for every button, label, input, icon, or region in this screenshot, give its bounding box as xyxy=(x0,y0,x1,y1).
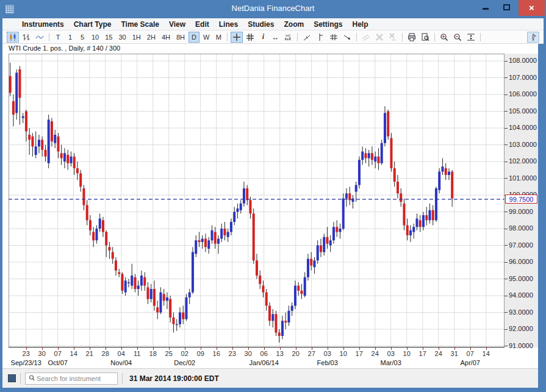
zoom-in-icon[interactable] xyxy=(438,32,450,43)
y-tick-mark xyxy=(505,229,508,229)
x-tick-label: 14 xyxy=(483,350,490,357)
x-tick-label: 17 xyxy=(419,350,426,357)
minimize-icon xyxy=(483,8,489,10)
separator xyxy=(122,373,123,384)
toolbar-separator xyxy=(227,33,228,41)
menu-item-help[interactable]: Help xyxy=(347,18,373,30)
x-month-label: Jan/06/14 xyxy=(250,359,279,366)
menu-item-edit[interactable]: Edit xyxy=(190,18,214,30)
x-tick-label: 18 xyxy=(149,350,157,357)
volume-icon[interactable]: vol xyxy=(282,32,294,43)
window-title: NetDania FinanceChart xyxy=(0,4,546,13)
horizontal-line-icon[interactable] xyxy=(328,32,340,43)
vertical-line-icon[interactable] xyxy=(314,32,326,43)
y-tick-mark xyxy=(505,144,508,145)
y-tick-mark xyxy=(505,212,508,212)
x-tick-label: 11 xyxy=(134,350,140,357)
timescale-W-button[interactable]: W xyxy=(201,32,212,43)
title-bar[interactable]: NetDania FinanceChart × xyxy=(0,0,546,18)
candlestick-chart-icon[interactable] xyxy=(7,32,19,43)
timescale-2H-button[interactable]: 2H xyxy=(145,32,158,43)
y-tick-label: 108.0000 xyxy=(509,57,537,64)
x-month-label: Oct/07 xyxy=(48,359,67,366)
print-icon[interactable] xyxy=(406,32,418,43)
x-month-label: Dec/02 xyxy=(174,359,195,366)
menu-item-zoom[interactable]: Zoom xyxy=(279,18,309,30)
candlestick-plot[interactable] xyxy=(9,54,505,347)
delete-all-icon[interactable]: all xyxy=(387,32,399,43)
y-tick-mark xyxy=(505,94,508,95)
x-tick-label: 10 xyxy=(403,350,411,357)
timescale-4H-button[interactable]: 4H xyxy=(159,32,173,43)
grid-icon[interactable] xyxy=(244,32,256,43)
menu-item-instruments[interactable]: Instruments xyxy=(17,18,69,30)
timescale-1-button[interactable]: 1 xyxy=(65,32,76,43)
x-month-label: Feb/03 xyxy=(317,359,338,366)
status-timestamp: 31 Mar 2014 19:00:00 EDT xyxy=(129,374,219,383)
candlestick-svg xyxy=(9,54,505,347)
search-input[interactable] xyxy=(37,375,110,382)
x-month-label: Sep/23/13 xyxy=(11,359,41,366)
menu-item-view[interactable]: View xyxy=(164,18,190,30)
timescale-10-button[interactable]: 10 xyxy=(89,32,101,43)
timescale-30-button[interactable]: 30 xyxy=(117,32,129,43)
menu-item-lines[interactable]: Lines xyxy=(214,18,243,30)
x-tick-label: 27 xyxy=(308,350,315,357)
menu-item-time-scale[interactable]: Time Scale xyxy=(116,18,163,30)
chart-instrument-label: WTI Crude 1. pos. , Daily, # 140 / 300 xyxy=(9,45,120,54)
close-button[interactable]: × xyxy=(519,0,545,16)
timescale-T-button[interactable]: T xyxy=(52,32,63,43)
toolbar-separator xyxy=(402,33,403,41)
y-tick-label: 94.0000 xyxy=(509,291,533,299)
x-tick-label: 06 xyxy=(260,350,268,357)
x-tick-label: 25 xyxy=(165,350,173,357)
toolbar-separator xyxy=(49,33,49,41)
menu-item-settings[interactable]: Settings xyxy=(309,18,347,30)
x-tick-label: 13 xyxy=(276,350,284,357)
pin-icon[interactable] xyxy=(527,32,539,43)
timescale-1H-button[interactable]: 1H xyxy=(130,32,143,43)
ohlc-bars-icon[interactable] xyxy=(20,32,32,43)
y-tick-mark xyxy=(505,178,508,179)
parallel-lines-icon[interactable] xyxy=(360,32,372,43)
x-tick-label: 03 xyxy=(324,350,331,357)
info-icon[interactable]: i xyxy=(257,32,268,43)
x-tick-label: 10 xyxy=(340,350,347,357)
scroll-horizontal-icon[interactable]: ↔ xyxy=(270,32,281,43)
minimize-button[interactable] xyxy=(476,0,495,16)
menu-item-chart-type[interactable]: Chart Type xyxy=(69,18,117,30)
line-chart-icon[interactable] xyxy=(34,32,46,43)
toolbar-separator xyxy=(434,33,435,41)
y-tick-mark xyxy=(505,262,508,263)
timescale-D-button[interactable]: D xyxy=(189,32,199,43)
toolbar: T151015301H2H4H8HDWMi↔volall xyxy=(2,30,544,44)
search-icon xyxy=(28,374,37,383)
menu-item-studies[interactable]: Studies xyxy=(243,18,279,30)
maximize-button[interactable] xyxy=(497,0,515,16)
toolbar-separator xyxy=(297,33,298,41)
x-tick-label: 14 xyxy=(70,350,77,357)
y-tick-mark xyxy=(505,296,508,296)
timescale-15-button[interactable]: 15 xyxy=(102,32,115,43)
x-tick-label: 07 xyxy=(54,350,62,357)
trend-line-icon[interactable] xyxy=(301,32,313,43)
y-tick-label: 95.0000 xyxy=(509,275,533,282)
x-tick-label: 31 xyxy=(451,350,458,357)
ray-icon[interactable] xyxy=(341,32,353,43)
y-tick-mark xyxy=(505,162,508,162)
zoom-out-icon[interactable] xyxy=(451,32,464,43)
crosshair-icon[interactable] xyxy=(231,32,243,43)
delete-line-icon[interactable] xyxy=(373,32,386,43)
timescale-5-button[interactable]: 5 xyxy=(77,32,88,43)
y-tick-mark xyxy=(505,77,508,78)
fit-vertical-icon[interactable] xyxy=(465,32,477,43)
x-tick-label: 23 xyxy=(229,350,236,357)
timescale-M-button[interactable]: M xyxy=(213,32,224,43)
y-tick-mark xyxy=(505,61,508,62)
print-preview-icon[interactable] xyxy=(419,32,431,43)
time-axis[interactable]: 2330071421280411182502091623300613202703… xyxy=(9,347,505,368)
timescale-8H-button[interactable]: 8H xyxy=(174,32,187,43)
search-box[interactable] xyxy=(25,372,118,385)
x-tick-label: 02 xyxy=(181,350,189,357)
price-axis[interactable]: 108.0000107.0000106.0000105.0000104.0000… xyxy=(505,54,538,347)
